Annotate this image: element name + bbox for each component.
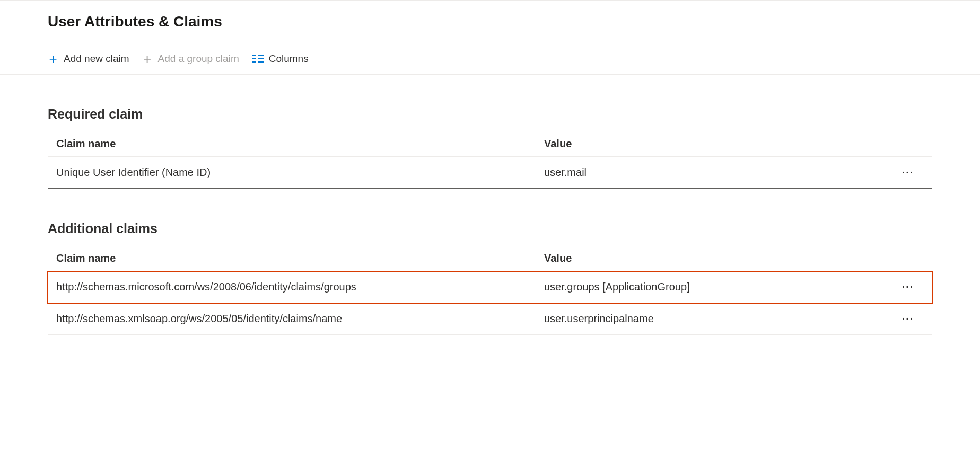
page-container: User Attributes & Claims + Add new claim…: [0, 0, 980, 335]
add-group-claim-button[interactable]: + Add a group claim: [142, 50, 239, 68]
table-row[interactable]: Unique User Identifier (Name ID) user.ma…: [48, 157, 932, 189]
claim-actions-cell: ···: [892, 279, 924, 295]
columns-button[interactable]: Columns: [252, 51, 309, 67]
table-row[interactable]: http://schemas.microsoft.com/ws/2008/06/…: [48, 271, 932, 303]
columns-label: Columns: [269, 53, 309, 65]
additional-claims-title: Additional claims: [48, 221, 932, 236]
table-header: Claim name Value: [48, 131, 932, 157]
more-actions-button[interactable]: ···: [898, 279, 918, 295]
more-actions-button[interactable]: ···: [898, 311, 918, 327]
page-title: User Attributes & Claims: [48, 13, 980, 30]
required-claim-section: Required claim Claim name Value Unique U…: [0, 107, 980, 189]
table-row[interactable]: http://schemas.xmlsoap.org/ws/2005/05/id…: [48, 303, 932, 335]
claim-name-cell: http://schemas.xmlsoap.org/ws/2005/05/id…: [56, 313, 544, 325]
plus-icon: +: [142, 52, 153, 66]
claim-actions-cell: ···: [892, 164, 924, 181]
column-header-name: Claim name: [56, 138, 544, 150]
claim-name-cell: Unique User Identifier (Name ID): [56, 166, 544, 179]
toolbar: + Add new claim + Add a group claim Colu…: [0, 43, 980, 75]
claim-name-cell: http://schemas.microsoft.com/ws/2008/06/…: [56, 281, 544, 293]
more-icon: ···: [902, 281, 914, 293]
table-header: Claim name Value: [48, 246, 932, 271]
claim-actions-cell: ···: [892, 311, 924, 327]
plus-icon: +: [48, 52, 58, 66]
claim-value-cell: user.groups [ApplicationGroup]: [544, 281, 892, 293]
column-header-name: Claim name: [56, 252, 544, 264]
column-header-value: Value: [544, 138, 892, 150]
additional-claims-table: Claim name Value http://schemas.microsof…: [48, 246, 932, 335]
required-claim-table: Claim name Value Unique User Identifier …: [48, 131, 932, 189]
more-icon: ···: [902, 166, 914, 178]
more-actions-button[interactable]: ···: [898, 164, 918, 181]
claim-value-cell: user.userprincipalname: [544, 313, 892, 325]
additional-claims-section: Additional claims Claim name Value http:…: [0, 221, 980, 335]
page-header: User Attributes & Claims: [0, 0, 980, 43]
add-new-claim-button[interactable]: + Add new claim: [48, 50, 129, 68]
more-icon: ···: [902, 313, 914, 324]
add-group-claim-label: Add a group claim: [158, 53, 239, 65]
column-header-value: Value: [544, 252, 892, 264]
columns-icon: [252, 54, 264, 64]
required-claim-title: Required claim: [48, 107, 932, 122]
claim-value-cell: user.mail: [544, 166, 892, 179]
add-new-claim-label: Add new claim: [64, 53, 129, 65]
